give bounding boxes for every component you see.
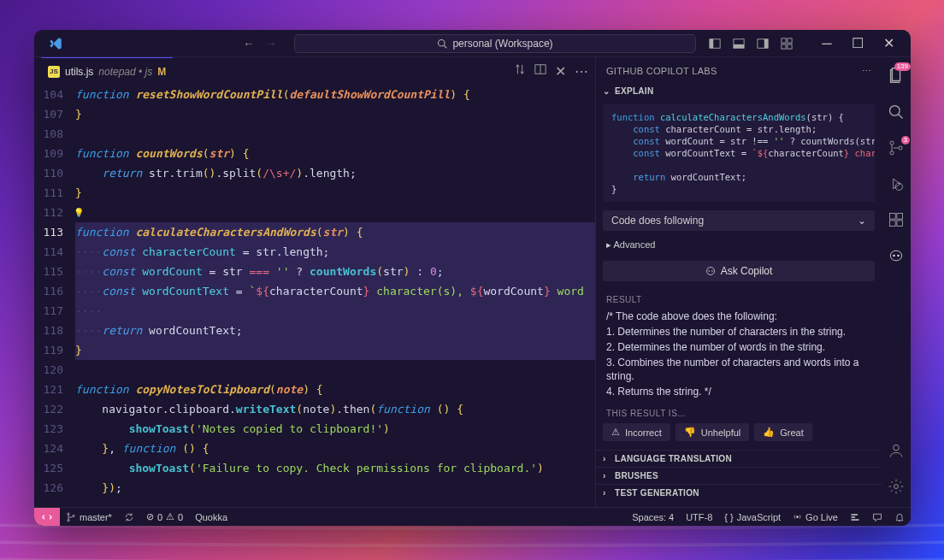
layout-grid-icon[interactable]	[781, 38, 793, 50]
advanced-toggle[interactable]: ▸ Advanced	[606, 239, 871, 251]
js-file-icon: JS	[48, 66, 60, 78]
search-icon	[437, 38, 447, 49]
svg-line-18	[899, 115, 903, 119]
svg-point-28	[893, 255, 895, 257]
explain-mode-dropdown[interactable]: Code does following ⌄	[603, 210, 875, 231]
section-language-translation[interactable]: ›LANGUAGE TRANSLATION	[596, 450, 882, 467]
svg-rect-36	[852, 514, 858, 516]
result-line: 3. Combines the number of characters and…	[606, 356, 871, 383]
copilot-labs-panel: GITHUB COPILOT LABS ⋯ ⌄EXPLAIN function …	[595, 57, 882, 507]
vscode-icon	[48, 36, 63, 51]
result-line: 2. Determines the number of words in the…	[606, 340, 871, 354]
section-test-generation[interactable]: ›TEST GENERATION	[596, 484, 882, 501]
command-center[interactable]: personal (Workspace)	[294, 34, 696, 53]
feedback-unhelpful-button[interactable]: 👎Unhelpful	[676, 423, 749, 441]
feedback-great-button[interactable]: 👍Great	[754, 423, 812, 441]
svg-rect-38	[852, 519, 859, 521]
svg-rect-9	[788, 38, 792, 42]
account-icon[interactable]	[888, 442, 905, 463]
svg-line-1	[445, 45, 447, 48]
svg-rect-37	[852, 516, 856, 518]
chevron-down-icon: ⌄	[603, 86, 611, 96]
encoding-indicator[interactable]: UTF-8	[680, 512, 718, 522]
spaces-indicator[interactable]: Spaces: 4	[626, 512, 680, 522]
titlebar: ← → personal (Workspace) ─ ☐ ✕	[34, 30, 911, 57]
layout-sidebar-right-icon[interactable]	[757, 38, 769, 50]
svg-point-16	[711, 270, 713, 272]
svg-rect-10	[782, 44, 786, 48]
svg-point-0	[439, 39, 445, 46]
feedback-label: THIS RESULT IS...	[606, 409, 871, 418]
result-line: 1. Determines the number of characters i…	[606, 325, 871, 339]
problems-indicator[interactable]: ⊘0 ⚠0	[140, 511, 189, 522]
svg-rect-23	[890, 214, 896, 220]
settings-gear-icon[interactable]	[888, 478, 905, 498]
result-line: 4. Returns the string. */	[606, 385, 871, 398]
tab-bar: JS utils.js notepad • js M ✕ ⋯	[34, 57, 595, 85]
close-button[interactable]: ✕	[873, 30, 904, 57]
nav-forward-icon[interactable]: →	[265, 37, 277, 50]
close-editor-icon[interactable]: ✕	[555, 63, 566, 80]
desktop-background: ← → personal (Workspace) ─ ☐ ✕	[0, 0, 944, 560]
svg-rect-11	[788, 44, 792, 48]
maximize-button[interactable]: ☐	[842, 30, 873, 57]
svg-point-35	[796, 516, 799, 518]
svg-rect-8	[782, 38, 786, 42]
feedback-incorrect-button[interactable]: ⚠Incorrect	[603, 423, 670, 441]
status-bar: master* ⊘0 ⚠0 Quokka Spaces: 4 UTF-8 { }…	[34, 507, 911, 526]
svg-point-27	[890, 251, 901, 261]
chevron-right-icon: ›	[603, 488, 611, 498]
nav-back-icon[interactable]: ←	[243, 37, 255, 50]
code-editor[interactable]: 1041071081091101111121131141151161171181…	[34, 85, 595, 507]
svg-rect-25	[890, 221, 896, 227]
chevron-down-icon: ⌄	[858, 215, 866, 227]
layout-panel-icon[interactable]	[733, 38, 745, 50]
more-actions-icon[interactable]: ⋯	[575, 63, 588, 80]
prettier-icon[interactable]	[844, 512, 866, 522]
chevron-right-icon: ›	[603, 454, 611, 463]
svg-rect-24	[897, 214, 903, 220]
extensions-icon[interactable]	[888, 211, 905, 232]
feedback-icon[interactable]	[866, 512, 888, 522]
svg-point-20	[890, 151, 894, 155]
result-label: RESULT	[606, 295, 871, 304]
search-activity-icon[interactable]	[888, 103, 905, 124]
sync-button[interactable]	[118, 512, 140, 522]
compare-icon[interactable]	[514, 63, 526, 75]
panel-title: GITHUB COPILOT LABS	[606, 66, 717, 76]
svg-rect-26	[897, 221, 903, 227]
ask-copilot-button[interactable]: Ask Copilot	[603, 261, 875, 281]
svg-rect-7	[764, 38, 768, 48]
svg-rect-5	[734, 44, 744, 47]
go-live-button[interactable]: Go Live	[787, 512, 844, 522]
minimize-button[interactable]: ─	[811, 30, 842, 57]
vscode-window: ← → personal (Workspace) ─ ☐ ✕	[34, 30, 911, 526]
git-branch[interactable]: master*	[60, 512, 118, 522]
svg-point-17	[890, 106, 900, 116]
svg-point-29	[897, 255, 900, 257]
copilot-activity-icon[interactable]	[888, 247, 905, 268]
split-editor-icon[interactable]	[534, 63, 546, 75]
run-debug-icon[interactable]	[888, 175, 905, 196]
activity-bar: 139 3	[882, 57, 911, 507]
layout-sidebar-left-icon[interactable]	[709, 38, 721, 50]
svg-point-30	[894, 445, 900, 451]
svg-point-34	[73, 515, 74, 516]
modified-indicator: M	[157, 66, 166, 78]
svg-point-32	[68, 513, 69, 515]
source-control-icon[interactable]: 3	[888, 139, 905, 160]
panel-more-icon[interactable]: ⋯	[862, 66, 871, 77]
warning-icon: ⚠	[611, 427, 620, 438]
code-snippet: function calculateCharactersAndWords(str…	[603, 104, 875, 202]
notifications-icon[interactable]	[888, 512, 911, 522]
quokka-status[interactable]: Quokka	[189, 512, 233, 522]
svg-point-19	[890, 141, 894, 144]
language-mode[interactable]: { }JavaScript	[718, 512, 787, 522]
remote-indicator[interactable]	[34, 508, 60, 527]
tab-utils-js[interactable]: JS utils.js notepad • js M	[41, 57, 173, 85]
section-brushes[interactable]: ›BRUSHES	[596, 467, 882, 484]
explorer-icon[interactable]: 139	[887, 66, 906, 88]
thumbs-up-icon: 👍	[763, 427, 775, 438]
chevron-right-icon: ›	[603, 471, 611, 480]
section-explain[interactable]: ⌄EXPLAIN	[596, 85, 882, 97]
